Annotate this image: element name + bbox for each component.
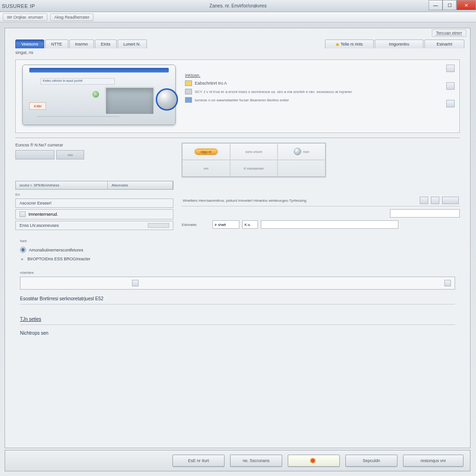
swatch-yellow-icon (185, 80, 192, 86)
window-titlebar: SUSUREE IP Zanes. nr. Envirfor/orakvres … (0, 0, 476, 12)
tab-eints[interactable]: EInts (95, 40, 117, 48)
footer-btn-3[interactable] (288, 455, 340, 467)
footer-btn-5[interactable]: restonqus vnr (403, 455, 463, 467)
device-label: Ketec orkrion in ausd porint (40, 78, 115, 85)
menu-item-2[interactable]: Aksg Readherrater (50, 13, 94, 21)
device-top-stripe (29, 68, 169, 73)
tab-insrmn[interactable]: Insrmn (69, 40, 94, 48)
menu-item-1[interactable]: Wr Orqkar. erurnarr (3, 13, 47, 21)
app-title-left: SUSUREE IP (2, 3, 35, 9)
col-a[interactable]: scotor i. SPEttioVotness (16, 181, 108, 189)
section-2[interactable]: TJn seties (20, 316, 455, 325)
desc-line-1: Eabschrtinrt tro A (195, 81, 227, 86)
device-knob (156, 88, 178, 111)
detail-input-wide[interactable] (390, 209, 460, 218)
maximize-button[interactable]: ☐ (443, 0, 456, 10)
cardlet-cell-4[interactable]: nrn (182, 160, 230, 177)
desc-line-2: SCY J v nt Koe er a ersmi inses s sermin… (195, 90, 352, 94)
notes-action-icon[interactable] (444, 280, 451, 286)
notes-attachment-icon[interactable] (132, 280, 139, 286)
row1-input[interactable] (28, 212, 169, 217)
cardlet-cell-2[interactable]: sons orsom (230, 143, 278, 160)
mini-btn-1[interactable] (420, 197, 428, 204)
radio-caption: Neti (20, 239, 455, 243)
tab-tele[interactable]: Telie ni rints (325, 40, 374, 48)
long-description-row: Wnetters Herr/sammitros. pisturd Innvete… (182, 195, 460, 206)
cardlet-cell-5[interactable]: K msresemen (230, 160, 278, 177)
col-b[interactable]: Atsoroses (108, 181, 173, 189)
desc-line-3: turnese n un wawnetaetier furser Beanere… (195, 98, 289, 102)
power-pill[interactable]: cago re (195, 149, 218, 155)
toolbar-brick-1[interactable] (15, 150, 54, 159)
chevron-right-icon: ▸ (20, 257, 25, 261)
section-3: Nichtrops sen (20, 330, 455, 338)
tab-esin[interactable]: Esinartrt (424, 40, 464, 48)
model-link[interactable]: InKtosn. (185, 73, 200, 78)
device-led-icon (93, 91, 99, 98)
toolbar-brick-2[interactable]: nm (56, 150, 84, 159)
swatch-blue-icon (185, 97, 192, 103)
list-row-2[interactable]: Enss LN:asceneuses (15, 221, 173, 230)
radio-1[interactable] (20, 247, 26, 253)
inp3[interactable] (261, 220, 398, 229)
footer-btn-4[interactable]: Sepculdn (345, 455, 397, 467)
tab-ntte[interactable]: NTTE (45, 40, 68, 48)
cardlet-cell-6[interactable] (278, 160, 325, 177)
device-base-line (37, 116, 119, 117)
control-cardlet: cago re sons orsom rssn nrn K msresemen (182, 143, 326, 177)
doc-icon (20, 212, 26, 217)
swatch-gray-icon (185, 89, 192, 94)
footer-bar: EsE nr Iturt ne. Sscronans Sepculdn rest… (5, 450, 470, 471)
app-title-center: Zanes. nr. Envirfor/orakvres (210, 3, 267, 8)
helper-link[interactable]: Tercoan etrerr (432, 29, 466, 37)
list-row-1[interactable]: Ascocrer Eeseer! (15, 198, 173, 208)
notes-field[interactable] (20, 277, 455, 290)
main-panel: Tercoan etrerr Vewsons NTTE Insrmn EInts… (5, 28, 470, 448)
radio-opt-2[interactable]: ▸ BIrOPTOIDns ESS BROGIreacter (20, 255, 455, 263)
footer-btn-1[interactable]: EsE nr Iturt (172, 455, 225, 467)
inp1-label: Eishrater. (182, 223, 210, 227)
cardlet-cell-1[interactable]: cago re (182, 143, 230, 160)
row2-value (148, 223, 169, 228)
mini-btn-3[interactable] (442, 197, 459, 204)
thumbnail-2[interactable] (446, 82, 455, 90)
tabstrip: Vewsons NTTE Insrmn EInts Lonert N. Teli… (5, 37, 470, 48)
list-caption: En (15, 192, 173, 197)
device-image: Ketec orkrion in ausd porint K/8bi (22, 65, 176, 125)
spark-icon (310, 458, 316, 463)
tab-subheader: singat, ns (5, 48, 470, 57)
tab-versions[interactable]: Vewsons (15, 40, 44, 48)
dial-icon (294, 148, 301, 155)
close-button[interactable]: ✕ (456, 0, 476, 10)
footer-btn-2[interactable]: ne. Sscronans (230, 455, 282, 467)
list-header: scotor i. SPEttioVotness Atsoroses (15, 181, 173, 190)
cardlet-cell-3[interactable]: rssn (278, 143, 325, 160)
radio-opt-1[interactable]: Amonaliutinernerscontfetores (20, 245, 455, 255)
device-screen (105, 86, 155, 115)
thumbnail-3[interactable] (446, 100, 455, 107)
device-hero: Ketec orkrion in ausd porint K/8bi InKto… (15, 60, 460, 133)
inp2[interactable] (242, 220, 258, 229)
section-1: Esostéar Bnrtirresi serknoretatrjuesl E5… (20, 295, 455, 304)
tab-imgo[interactable]: Imgorentru (375, 40, 423, 48)
tab-lonert[interactable]: Lonert N. (118, 40, 147, 48)
menubar: Wr Orqkar. erurnarr Aksg Readherrater (0, 12, 476, 22)
list-row-1-sub[interactable] (15, 209, 173, 219)
inp1[interactable] (212, 220, 239, 229)
notes-label: ndertare (20, 271, 455, 275)
device-badge: K/8bi (29, 102, 46, 110)
section-label: Euncss ® N:Ne7 curnerar (15, 143, 173, 147)
minimize-button[interactable]: — (429, 0, 443, 10)
mini-btn-2[interactable] (431, 197, 439, 204)
thumbnail-1[interactable] (446, 65, 455, 72)
